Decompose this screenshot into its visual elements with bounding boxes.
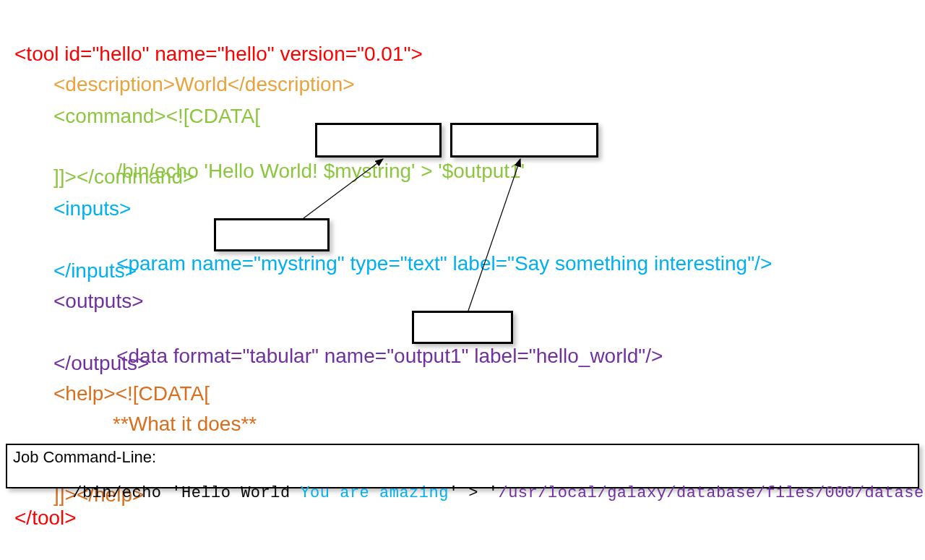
xml-line-description: <description>World</description>	[53, 72, 355, 97]
param-mystring: "mystring"	[254, 252, 345, 275]
data-pre: <data format="tabular" name=	[116, 345, 387, 367]
cmd-body-output1: '$output1'	[438, 160, 525, 182]
xml-line-command-close: ]]></command>	[53, 165, 194, 189]
xml-line-tool-open: <tool id="hello" name="hello" version="0…	[14, 42, 423, 66]
cmd-path: /usr/local/galaxy/database/files/000/dat…	[498, 484, 925, 502]
param-pre: <param name=	[116, 252, 254, 275]
cmd-body-mid: ' >	[411, 160, 438, 182]
data-output1: "output1"	[387, 345, 468, 367]
box-output1-data	[412, 311, 513, 344]
box-mystring-var	[315, 123, 442, 158]
xml-line-inputs-open: <inputs>	[53, 197, 131, 221]
xml-line-param: <param name="mystring" type="text" label…	[94, 227, 772, 300]
param-post: type="text" label="Say something interes…	[345, 252, 773, 275]
cmd-body-mystring: $mystring	[324, 160, 411, 182]
cmd-mid: ' > '	[449, 484, 499, 502]
xml-line-inputs-close: </inputs>	[53, 259, 137, 283]
xml-line-outputs-open: <outputs>	[53, 289, 144, 314]
box-output1-var	[450, 123, 598, 158]
box-mystring-param	[214, 218, 330, 251]
job-command-line: /bin/echo 'Hello World You are amazing' …	[13, 466, 912, 520]
xml-line-command-open: <command><![CDATA[	[53, 104, 260, 129]
job-command-panel: Job Command-Line: /bin/echo 'Hello World…	[6, 444, 919, 488]
xml-line-help-open: <help><![CDATA[	[53, 382, 210, 406]
xml-line-help-body: **What it does**	[113, 412, 257, 436]
cmd-prefix: /bin/echo 'Hello World	[72, 484, 300, 502]
stage: <tool id="hello" name="hello" version="0…	[0, 0, 925, 560]
cmd-user-text: You are amazing	[300, 484, 449, 502]
job-command-title: Job Command-Line:	[13, 448, 912, 466]
data-post: label="hello_world"/>	[468, 345, 663, 367]
xml-line-outputs-close: </outputs>	[53, 351, 149, 376]
